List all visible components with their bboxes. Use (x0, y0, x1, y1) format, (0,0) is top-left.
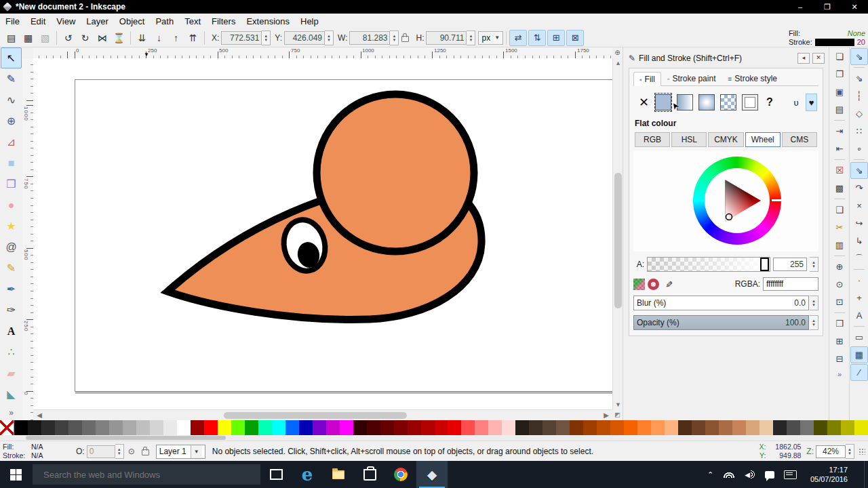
paint-pattern-button[interactable] (719, 93, 737, 112)
palette-scrollbar[interactable] (0, 435, 868, 441)
raise-to-top-button[interactable]: ⇈ (184, 30, 201, 46)
store-button[interactable] (354, 461, 385, 488)
palette-swatch[interactable] (191, 420, 204, 435)
out-of-gamut-icon[interactable] (648, 279, 659, 290)
lock-ratio-icon[interactable] (401, 36, 409, 42)
paint-radial-gradient-button[interactable] (698, 93, 715, 112)
blur-slider[interactable]: Blur (%) 0.0 (633, 296, 809, 310)
palette-swatch[interactable] (177, 420, 191, 435)
panel-close-button[interactable]: ✕ (812, 53, 825, 64)
snap-guides-button[interactable]: ∕ (850, 364, 868, 381)
snap-bbox-corners-button[interactable]: ◇ (850, 105, 868, 122)
palette-swatch[interactable] (746, 420, 760, 435)
palette-swatch[interactable] (150, 420, 163, 435)
palette-swatch[interactable] (394, 420, 408, 435)
snap-page-border-button[interactable]: ▭ (850, 329, 868, 346)
toolbox-overflow[interactable]: » (0, 408, 22, 418)
palette-swatch[interactable] (773, 420, 787, 435)
paint-none-button[interactable]: ✕ (637, 93, 650, 112)
cmd-ungroup-button[interactable]: ⊟ (831, 350, 848, 367)
canvas[interactable] (33, 58, 612, 409)
alpha-slider-handle[interactable] (760, 258, 769, 271)
menu-text[interactable]: Text (179, 15, 206, 28)
palette-swatch[interactable] (204, 420, 218, 435)
zoom-value-field[interactable]: 42% (816, 445, 846, 458)
snap-bbox-button[interactable]: ⇘ (850, 70, 868, 87)
affect-move-gradients-button[interactable]: ⇄ (509, 30, 527, 46)
palette-swatch[interactable] (583, 420, 597, 435)
y-field[interactable]: 426.049 (284, 31, 325, 45)
raise-button[interactable]: ↑ (167, 30, 184, 46)
palette-swatch-none[interactable] (0, 420, 14, 435)
hue-marker[interactable] (772, 199, 782, 201)
vertical-scroll-handle[interactable] (614, 173, 622, 308)
affect-move-patterns-button[interactable]: ⇅ (528, 30, 546, 46)
x-field-spinner[interactable]: ▲▼ (262, 30, 271, 45)
palette-swatch[interactable] (814, 420, 827, 435)
palette-swatch[interactable] (299, 420, 313, 435)
h-field-spinner[interactable]: ▲▼ (467, 30, 475, 45)
palette-swatch[interactable] (96, 420, 109, 435)
fill-rule-evenodd-button[interactable]: υ (791, 94, 802, 111)
tool-spiral[interactable]: @ (1, 237, 22, 258)
color-tab-cmyk[interactable]: CMYK (708, 132, 743, 147)
palette-swatch[interactable] (28, 420, 41, 435)
palette-swatch[interactable] (597, 420, 610, 435)
palette-swatch[interactable] (732, 420, 746, 435)
snap-object-centers-button[interactable]: ∙ (850, 272, 868, 289)
palette-swatch[interactable] (136, 420, 150, 435)
cmd-import-button[interactable]: ⇥ (831, 123, 848, 140)
palette-swatch[interactable] (68, 420, 82, 435)
deselect-button[interactable]: ▧ (37, 30, 54, 46)
restore-button[interactable]: ❐ (814, 0, 841, 14)
eyedropper-icon[interactable]: ✎ (664, 277, 674, 291)
palette-swatch[interactable] (109, 420, 123, 435)
palette-swatch[interactable] (488, 420, 502, 435)
tool-star[interactable]: ★ (1, 216, 22, 237)
snap-text-baseline-button[interactable]: A (850, 307, 868, 324)
menu-filters[interactable]: Filters (206, 15, 241, 28)
palette-swatch[interactable] (827, 420, 841, 435)
snap-bbox-centers-button[interactable]: ∘ (850, 140, 868, 157)
search-input[interactable] (42, 469, 248, 481)
cmd-undo-button[interactable]: ☒ (831, 162, 848, 179)
palette-swatch[interactable] (55, 420, 68, 435)
tool-node-editor[interactable]: ✎ (1, 68, 22, 89)
flip-horizontal-button[interactable]: ⋈ (94, 30, 111, 46)
sticky-zoom-icon[interactable]: ⊕ (612, 47, 623, 58)
tab-stroke-paint[interactable]: ▫Stroke paint (661, 71, 722, 85)
snap-bbox-midpoints-button[interactable]: ∷ (850, 123, 868, 140)
palette-swatch[interactable] (502, 420, 515, 435)
palette-swatch[interactable] (272, 420, 285, 435)
palette-swatch[interactable] (245, 420, 258, 435)
color-tab-cms[interactable]: CMS (782, 132, 817, 147)
task-view-button[interactable] (260, 461, 292, 488)
cmd-duplicate-button[interactable]: ❒ (831, 315, 848, 332)
menu-file[interactable]: File (0, 15, 25, 28)
w-field[interactable]: 81.283 (349, 31, 390, 45)
tab-fill[interactable]: ▪Fill (633, 72, 661, 86)
tool-ellipse[interactable]: ● (1, 195, 22, 216)
snap-midpoints-button[interactable]: ⌒ (850, 250, 868, 267)
snap-cusp-nodes-button[interactable]: ↪ (850, 215, 868, 232)
cmd-paste-button[interactable]: ▥ (831, 237, 848, 253)
menu-help[interactable]: Help (295, 15, 324, 28)
vertical-ruler[interactable]: 10007505002500 (22, 58, 34, 420)
snap-paths-button[interactable]: ↷ (850, 180, 868, 197)
palette-swatch[interactable] (515, 420, 529, 435)
cmd-zoom-selection-button[interactable]: ⊕ (831, 258, 848, 275)
lower-button[interactable]: ↓ (151, 30, 167, 46)
x-field[interactable]: 772.531 (221, 31, 262, 45)
palette-swatch[interactable] (285, 420, 299, 435)
palette-swatch[interactable] (542, 420, 556, 435)
cmd-print-button[interactable]: ▤ (831, 101, 848, 118)
opacity-slider[interactable]: Opacity (%) 100.0 (633, 315, 809, 330)
cmd-redo-button[interactable]: ▩ (831, 180, 848, 197)
palette-swatch[interactable] (14, 420, 28, 435)
cmd-copy-button[interactable]: ❑ (831, 201, 848, 218)
palette-swatch[interactable] (435, 420, 448, 435)
palette-swatch[interactable] (408, 420, 421, 435)
chrome-button[interactable] (385, 461, 416, 488)
color-tab-hsl[interactable]: HSL (671, 132, 707, 147)
palette-swatch[interactable] (610, 420, 624, 435)
